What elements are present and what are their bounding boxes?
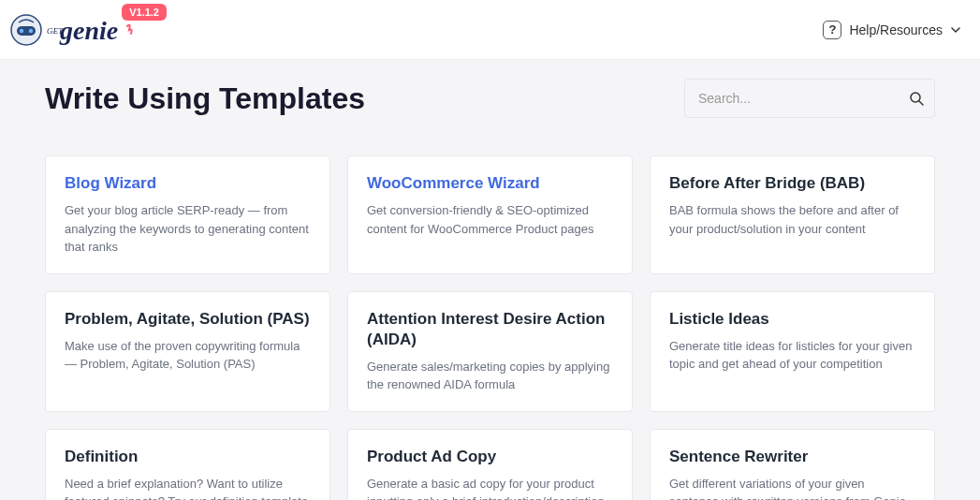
template-desc: Get conversion-friendly & SEO-optimized … [367,201,613,238]
main-content: Write Using Templates Blog WizardGet you… [0,60,980,500]
template-desc: Generate sales/marketing copies by apply… [367,358,613,394]
template-card[interactable]: Blog WizardGet your blog article SERP-re… [45,155,330,274]
template-title: Attention Interest Desire Action (AIDA) [367,309,613,350]
template-card[interactable]: Sentence RewriterGet different variation… [650,429,935,500]
template-card[interactable]: WooCommerce WizardGet conversion-friendl… [347,155,633,274]
template-desc: Get different variations of your given s… [669,475,915,500]
help-label: Help/Resources [849,22,943,37]
svg-point-2 [20,28,23,32]
template-title: Listicle Ideas [669,309,915,330]
template-title: Product Ad Copy [367,447,613,467]
template-card[interactable]: Problem, Agitate, Solution (PAS)Make use… [45,291,330,412]
search-input[interactable] [684,79,935,118]
template-desc: Make use of the proven copywriting formu… [65,337,311,374]
logo[interactable]: GET genie V1.1.2 [7,9,139,51]
template-title: Sentence Rewriter [669,447,915,467]
template-card[interactable]: Product Ad CopyGenerate a basic ad copy … [347,429,633,500]
template-desc: Generate title ideas for listicles for y… [669,337,915,374]
template-title: Blog Wizard [65,173,311,194]
help-resources-button[interactable]: ? Help/Resources [823,21,961,39]
svg-line-7 [919,101,923,105]
version-badge: V1.1.2 [122,4,167,21]
template-title: Before After Bridge (BAB) [669,173,915,194]
svg-point-3 [29,28,33,32]
template-desc: Generate a basic ad copy for your produc… [367,475,613,500]
title-row: Write Using Templates [45,79,935,118]
template-desc: Need a brief explanation? Want to utiliz… [65,475,311,500]
templates-grid: Blog WizardGet your blog article SERP-re… [45,155,935,500]
template-title: Problem, Agitate, Solution (PAS) [65,309,311,330]
template-card[interactable]: Attention Interest Desire Action (AIDA)G… [347,291,633,412]
search-box [684,79,935,118]
template-title: WooCommerce Wizard [367,173,613,194]
template-card[interactable]: Before After Bridge (BAB)BAB formula sho… [650,155,935,274]
app-header: GET genie V1.1.2 ? Help/Resources [0,0,980,60]
template-card[interactable]: Listicle IdeasGenerate title ideas for l… [650,291,935,412]
svg-text:genie: genie [59,16,118,45]
template-desc: BAB formula shows the before and after o… [669,201,915,238]
genie-logo-icon: GET genie [7,9,139,51]
search-icon [909,91,924,106]
page-title: Write Using Templates [45,81,365,116]
question-icon: ? [823,21,841,39]
chevron-down-icon [950,24,961,36]
template-title: Definition [65,447,311,467]
template-desc: Get your blog article SERP-ready — from … [65,201,311,257]
template-card[interactable]: DefinitionNeed a brief explanation? Want… [45,429,330,500]
